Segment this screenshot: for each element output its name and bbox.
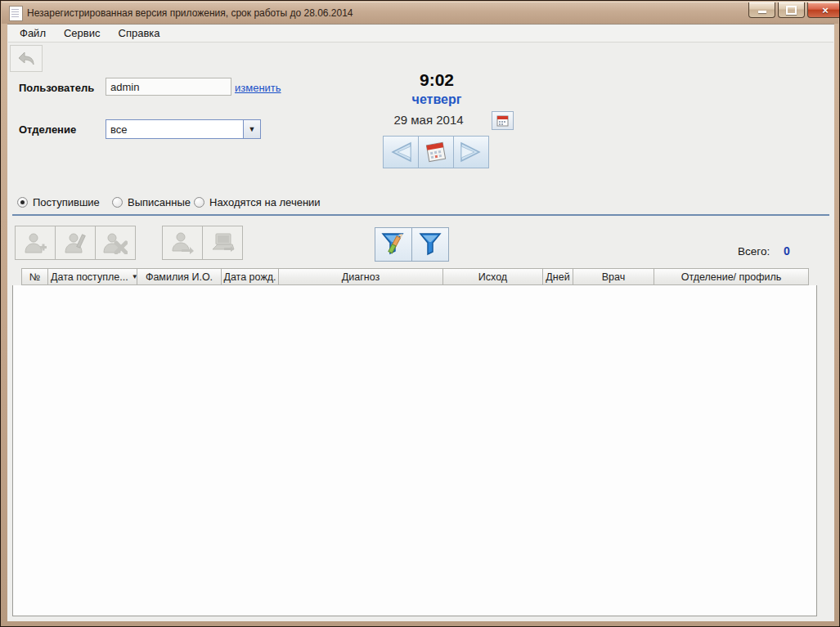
app-icon [9, 6, 23, 21]
chevron-down-icon[interactable]: ▼ [243, 120, 260, 138]
person-arrow-icon [170, 231, 195, 254]
add-patient-button[interactable] [15, 226, 56, 260]
close-button[interactable]: × [807, 2, 840, 18]
arrow-left-icon [388, 141, 414, 163]
patient-transfer-group [162, 226, 243, 260]
column-birthdate[interactable]: Дата рожд. [221, 268, 279, 285]
minimize-button[interactable] [748, 2, 775, 18]
calendar-small-icon [496, 114, 509, 127]
next-day-button[interactable] [453, 136, 489, 168]
clock-date: 29 мая 2014 [361, 113, 496, 127]
radio-icon [194, 197, 204, 208]
person-delete-icon [103, 231, 128, 254]
menu-file[interactable]: Файл [11, 25, 55, 42]
undo-arrow-icon [16, 51, 36, 67]
delete-patient-button[interactable] [95, 226, 136, 260]
clock-weekday: четверг [361, 92, 513, 107]
menu-service[interactable]: Сервис [55, 25, 110, 42]
date-navigation [383, 136, 489, 168]
back-button[interactable] [10, 45, 43, 72]
window-title: Незарегистрированная версия приложения, … [27, 7, 353, 19]
menu-bar: Файл Сервис Справка [8, 25, 833, 43]
column-days[interactable]: Дней [542, 268, 573, 285]
patient-computer-button[interactable] [202, 226, 243, 260]
divider [12, 214, 829, 216]
funnel-icon [418, 231, 442, 258]
column-admission-date[interactable]: Дата поступле... ▼ [47, 268, 137, 285]
maximize-icon [786, 6, 797, 15]
window-controls: × [748, 2, 840, 18]
column-department[interactable]: Отделение/ профиль [654, 268, 809, 285]
department-value: все [106, 123, 243, 136]
patient-table-body [12, 285, 817, 616]
app-window: Незарегистрированная версия приложения, … [0, 0, 840, 627]
patient-actions-group [15, 226, 136, 260]
column-outcome[interactable]: Исход [442, 268, 543, 285]
table-header: № Дата поступле... ▼ Фамилия И.О. Дата р… [21, 268, 809, 285]
user-label: Пользователь [19, 82, 94, 94]
total-value: 0 [784, 244, 790, 258]
person-edit-icon [63, 231, 88, 254]
column-doctor[interactable]: Врач [573, 268, 654, 285]
previous-day-button[interactable] [383, 136, 419, 168]
laptop-icon [209, 231, 236, 254]
radio-discharged[interactable]: Выписанные [112, 196, 191, 208]
change-user-link[interactable]: изменить [235, 82, 281, 94]
filter-group [375, 227, 449, 262]
total-label: Всего: [738, 245, 770, 258]
edit-patient-button[interactable] [55, 226, 96, 260]
department-select[interactable]: все ▼ [106, 119, 261, 139]
today-button[interactable] [418, 136, 454, 168]
pick-date-button[interactable] [492, 111, 514, 130]
column-diagnosis[interactable]: Диагноз [278, 268, 443, 285]
filter-button[interactable] [411, 227, 449, 262]
transfer-patient-button[interactable] [162, 226, 203, 260]
column-number[interactable]: № [21, 268, 48, 285]
radio-in-treatment[interactable]: Находятся на лечении [194, 196, 321, 208]
close-icon: × [822, 5, 829, 16]
calendar-icon [424, 140, 448, 164]
department-label: Отделение [19, 123, 76, 136]
edit-filter-button[interactable] [375, 227, 412, 262]
column-surname[interactable]: Фамилия И.О. [137, 268, 222, 285]
arrow-right-icon [458, 141, 484, 163]
clock-time: 9:02 [361, 70, 513, 90]
menu-help[interactable]: Справка [110, 25, 169, 42]
funnel-edit-icon [380, 231, 407, 258]
titlebar[interactable]: Незарегистрированная версия приложения, … [2, 2, 838, 24]
user-input[interactable] [106, 78, 231, 96]
radio-admitted[interactable]: Поступившие [17, 196, 100, 208]
maximize-button[interactable] [778, 2, 805, 18]
radio-icon [17, 197, 28, 208]
minimize-icon [758, 11, 766, 13]
person-add-icon [23, 231, 47, 254]
radio-icon [112, 197, 123, 208]
